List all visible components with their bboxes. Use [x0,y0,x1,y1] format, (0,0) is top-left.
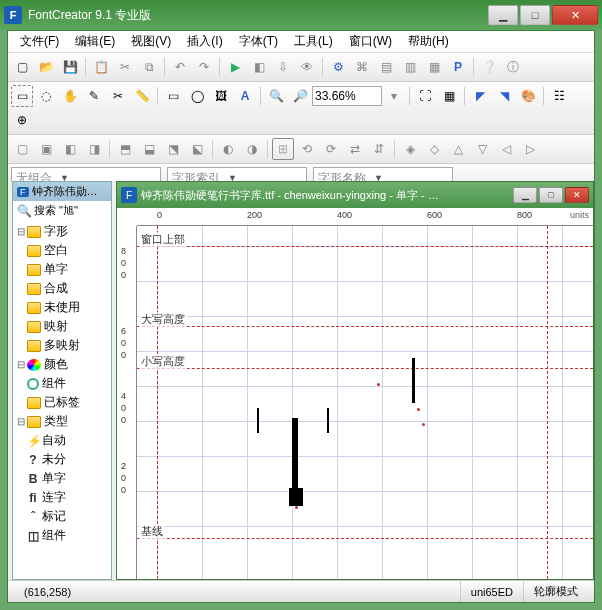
tree-single[interactable]: 单字 [13,260,111,279]
grid-icon[interactable]: ▦ [438,85,460,107]
t3-m[interactable]: ⇄ [344,138,366,160]
copy-icon[interactable]: ⧉ [138,56,160,78]
save-icon[interactable]: 💾 [59,56,81,78]
redo-icon[interactable]: ↷ [193,56,215,78]
hand-icon[interactable]: ✋ [59,85,81,107]
guide-right[interactable] [547,226,548,579]
pen-icon[interactable]: ✎ [83,85,105,107]
t3-q[interactable]: △ [447,138,469,160]
panel-toggle-icon[interactable]: ⊞ [272,138,294,160]
cut-icon[interactable]: ✂ [114,56,136,78]
tree-compose[interactable]: 合成 [13,279,111,298]
tree-color[interactable]: 颜色 [13,355,111,374]
zoom-input[interactable] [312,86,382,106]
tree-mark[interactable]: ˆ标记 [13,507,111,526]
glyph-canvas[interactable]: 0 200 400 600 800 units 8 0 0 6 0 0 [117,208,593,579]
child-maximize-button[interactable]: □ [539,187,563,203]
menu-font[interactable]: 字体(T) [231,31,286,52]
tree-comp2[interactable]: ◫组件 [13,526,111,545]
t3-o[interactable]: ◈ [399,138,421,160]
guide-baseline[interactable] [137,538,593,539]
t3-p[interactable]: ◇ [423,138,445,160]
t3-r[interactable]: ▽ [471,138,493,160]
select-free-icon[interactable]: ◌ [35,85,57,107]
menu-insert[interactable]: 插入(I) [179,31,230,52]
undo-icon[interactable]: ↶ [169,56,191,78]
tree-unused[interactable]: 未使用 [13,298,111,317]
test-icon[interactable]: ▶ [224,56,246,78]
child-minimize-button[interactable]: ▁ [513,187,537,203]
tree-blank[interactable]: 空白 [13,241,111,260]
tree-auto[interactable]: ⚡自动 [13,431,111,450]
tree-tagged[interactable]: 已标签 [13,393,111,412]
zoom-in-icon[interactable]: 🔍 [265,85,287,107]
p-icon[interactable]: P [447,56,469,78]
tree-type[interactable]: 类型 [13,412,111,431]
paste-icon[interactable]: 📋 [90,56,112,78]
menubar[interactable]: 文件(F) 编辑(E) 视图(V) 插入(I) 字体(T) 工具(L) 窗口(W… [8,31,594,53]
guide-caps[interactable] [137,326,593,327]
tree-unclass[interactable]: ?未分 [13,450,111,469]
info-icon[interactable]: ⓘ [502,56,524,78]
ellipse-shape-icon[interactable]: ◯ [186,85,208,107]
t3-e[interactable]: ⬒ [114,138,136,160]
color-icon[interactable]: 🎨 [517,85,539,107]
settings-icon[interactable]: ⚙ [327,56,349,78]
titlebar[interactable]: F FontCreator 9.1 专业版 ▁ □ ✕ [0,0,602,30]
menu-window[interactable]: 窗口(W) [341,31,400,52]
panel-a-icon[interactable]: ▤ [375,56,397,78]
t3-f[interactable]: ⬓ [138,138,160,160]
menu-help[interactable]: 帮助(H) [400,31,457,52]
shape-b-icon[interactable]: ◥ [493,85,515,107]
t3-t[interactable]: ▷ [519,138,541,160]
preview-icon[interactable]: 👁 [296,56,318,78]
maximize-button[interactable]: □ [520,5,550,25]
t3-d[interactable]: ◨ [83,138,105,160]
tree-multimap[interactable]: 多映射 [13,336,111,355]
shape-a-icon[interactable]: ◤ [469,85,491,107]
measure-icon[interactable]: 📏 [131,85,153,107]
rect-shape-icon[interactable]: ▭ [162,85,184,107]
tree-mapping[interactable]: 映射 [13,317,111,336]
fit-icon[interactable]: ⛶ [414,85,436,107]
t3-k[interactable]: ⟲ [296,138,318,160]
zoom-dropdown-icon[interactable]: ▾ [383,85,405,107]
t3-c[interactable]: ◧ [59,138,81,160]
merge-icon[interactable]: ⊕ [11,109,33,131]
menu-view[interactable]: 视图(V) [123,31,179,52]
tree-single2[interactable]: B单字 [13,469,111,488]
t3-a[interactable]: ▢ [11,138,33,160]
help-icon[interactable]: ❔ [478,56,500,78]
t3-h[interactable]: ⬕ [186,138,208,160]
close-button[interactable]: ✕ [552,5,598,25]
zoom-out-icon[interactable]: 🔎 [289,85,311,107]
panel-c-icon[interactable]: ▦ [423,56,445,78]
menu-tools[interactable]: 工具(L) [286,31,341,52]
open-icon[interactable]: 📂 [35,56,57,78]
tree-component[interactable]: 组件 [13,374,111,393]
select-rect-icon[interactable]: ▭ [11,85,33,107]
t3-j[interactable]: ◑ [241,138,263,160]
install-icon[interactable]: ⇩ [272,56,294,78]
align-icon[interactable]: ☷ [548,85,570,107]
guide-xheight[interactable] [137,368,593,369]
tree-liga[interactable]: fi连字 [13,488,111,507]
tree-glyphs[interactable]: 字形 [13,222,111,241]
menu-edit[interactable]: 编辑(E) [67,31,123,52]
t3-b[interactable]: ▣ [35,138,57,160]
export-icon[interactable]: ◧ [248,56,270,78]
knife-icon[interactable]: ✂ [107,85,129,107]
side-panel[interactable]: 钟齐陈伟勋… 🔍 搜索 "旭" 字形 空白 单字 合成 未使用 映射 多映射 颜… [12,181,112,580]
t3-n[interactable]: ⇵ [368,138,390,160]
child-titlebar[interactable]: F 钟齐陈伟勋硬笔行书字库.ttf - chenweixun-yingxing … [117,182,593,208]
opentype-icon[interactable]: ⌘ [351,56,373,78]
t3-s[interactable]: ◁ [495,138,517,160]
t3-g[interactable]: ⬔ [162,138,184,160]
t3-i[interactable]: ◐ [217,138,239,160]
image-icon[interactable]: 🖼 [210,85,232,107]
new-icon[interactable]: ▢ [11,56,33,78]
guide-ascent[interactable] [137,246,593,247]
minimize-button[interactable]: ▁ [488,5,518,25]
t3-l[interactable]: ⟳ [320,138,342,160]
panel-b-icon[interactable]: ▥ [399,56,421,78]
